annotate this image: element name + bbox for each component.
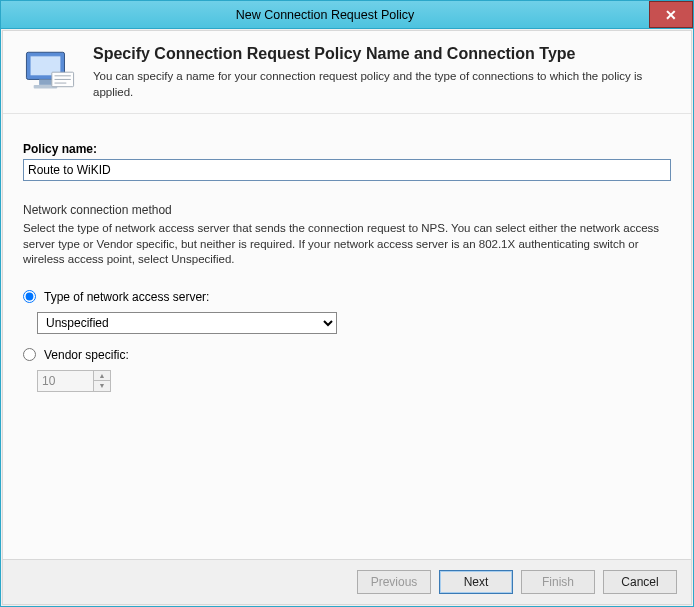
window-title: New Connection Request Policy	[1, 1, 649, 28]
vendor-radio[interactable]	[23, 348, 36, 361]
spinner-up-icon: ▲	[94, 371, 110, 382]
titlebar: New Connection Request Policy ✕	[1, 1, 693, 29]
type-radio[interactable]	[23, 290, 36, 303]
type-select[interactable]: Unspecified	[37, 312, 337, 334]
cancel-button[interactable]: Cancel	[603, 570, 677, 594]
svg-rect-2	[39, 79, 52, 84]
wizard-body: Policy name: Network connection method S…	[3, 114, 691, 559]
close-button[interactable]: ✕	[649, 1, 693, 28]
wizard-content: Specify Connection Request Policy Name a…	[2, 30, 692, 605]
policy-name-input[interactable]	[23, 159, 671, 181]
close-icon: ✕	[665, 7, 677, 23]
vendor-spinner: ▲ ▼	[37, 370, 113, 392]
wizard-footer: Previous Next Finish Cancel	[3, 559, 691, 604]
page-description: You can specify a name for your connecti…	[93, 69, 673, 100]
vendor-radio-label: Vendor specific:	[44, 348, 129, 362]
spinner-down-icon: ▼	[94, 381, 110, 391]
next-button[interactable]: Next	[439, 570, 513, 594]
network-method-title: Network connection method	[23, 203, 671, 217]
vendor-spinner-buttons: ▲ ▼	[93, 370, 111, 392]
policy-monitor-icon	[21, 45, 79, 103]
wizard-header: Specify Connection Request Policy Name a…	[3, 31, 691, 114]
wizard-header-text: Specify Connection Request Policy Name a…	[93, 45, 673, 100]
previous-button[interactable]: Previous	[357, 570, 431, 594]
policy-name-label: Policy name:	[23, 142, 671, 156]
vendor-radio-row[interactable]: Vendor specific:	[23, 348, 671, 362]
wizard-window: New Connection Request Policy ✕ Spec	[0, 0, 694, 607]
vendor-value-input	[37, 370, 93, 392]
page-title: Specify Connection Request Policy Name a…	[93, 45, 673, 63]
type-radio-row[interactable]: Type of network access server:	[23, 290, 671, 304]
finish-button[interactable]: Finish	[521, 570, 595, 594]
network-method-description: Select the type of network access server…	[23, 221, 671, 268]
type-radio-label: Type of network access server:	[44, 290, 209, 304]
